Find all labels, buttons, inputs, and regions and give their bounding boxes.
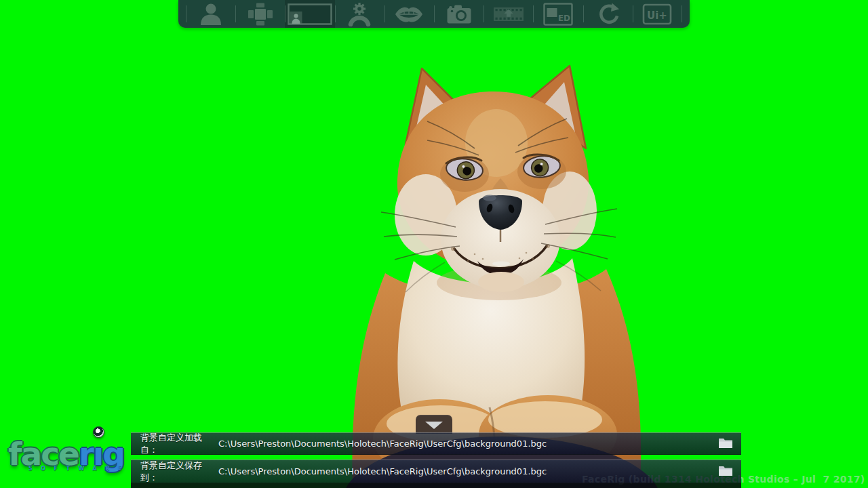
lipsync-icon <box>394 3 424 25</box>
background-button[interactable] <box>285 0 334 28</box>
behaviors-button[interactable] <box>335 0 384 28</box>
lipsync-button[interactable] <box>384 0 434 28</box>
behaviors-icon <box>346 2 373 26</box>
collapse-panel-button[interactable] <box>416 415 452 434</box>
bottom-panel-strip <box>131 483 741 488</box>
main-toolbar: ED Ui+ <box>178 0 690 28</box>
shiba-avatar <box>271 58 665 488</box>
logo-i-text: ı <box>93 435 102 472</box>
folder-icon <box>718 436 733 449</box>
logo-software-text: SOFTWARE <box>28 466 130 472</box>
ui-plus-icon: Ui+ <box>642 3 672 26</box>
export-movie-icon <box>493 4 524 24</box>
editor-label: ED <box>558 14 570 23</box>
environment-button[interactable] <box>235 0 285 28</box>
background-load-label: 背景自定义加载自： <box>140 432 218 456</box>
background-load-row: 背景自定义加载自： C:\Users\Preston\Documents\Hol… <box>131 432 741 455</box>
open-save-folder-button[interactable] <box>718 464 733 479</box>
avatar-button[interactable] <box>186 0 235 28</box>
chroma-background: ED Ui+ <box>0 0 868 488</box>
chevron-down-icon <box>425 422 443 429</box>
open-load-folder-button[interactable] <box>718 436 733 451</box>
avatar-icon <box>197 2 224 26</box>
eyeball-icon <box>93 426 104 438</box>
ui-plus-label: Ui+ <box>647 9 667 21</box>
background-load-path: C:\Users\Preston\Documents\Holotech\Face… <box>218 439 547 449</box>
facerig-logo: facerıg SOFTWARE <box>8 438 130 472</box>
ui-plus-button[interactable]: Ui+ <box>633 0 682 28</box>
folder-icon <box>718 464 733 476</box>
environment-icon <box>247 2 274 26</box>
background-save-row: 背景自定义保存到： C:\Users\Preston\Documents\Hol… <box>131 460 741 483</box>
background-save-label: 背景自定义保存到： <box>140 460 218 484</box>
background-icon <box>288 3 332 25</box>
reset-button[interactable] <box>583 0 633 28</box>
background-save-path: C:\Users\Preston\Documents\Holotech\Face… <box>218 466 547 476</box>
export-movie-button[interactable] <box>484 0 533 28</box>
reset-icon <box>594 2 621 26</box>
snapshot-icon <box>446 3 473 25</box>
snapshot-button[interactable] <box>434 0 484 28</box>
editor-icon: ED <box>543 3 573 26</box>
editor-button[interactable]: ED <box>533 0 583 28</box>
